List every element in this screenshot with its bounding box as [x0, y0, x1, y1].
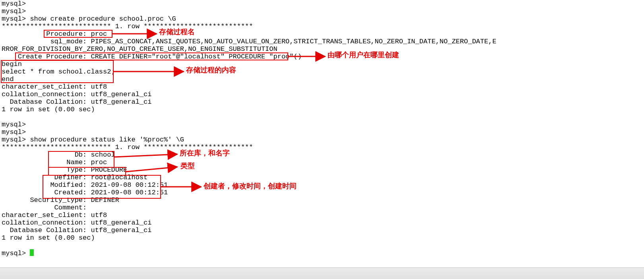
highlight-box-create-procedure	[15, 52, 288, 60]
mysql-terminal-output: mysql> mysql> mysql> show create procedu…	[2, 0, 497, 257]
highlight-box-db-name	[48, 151, 114, 168]
highlight-box-procedure-name	[44, 30, 113, 38]
highlight-box-type	[48, 167, 126, 176]
highlight-box-definer-modified-created	[43, 175, 161, 199]
annotation-procedure-name: 存储过程名	[159, 28, 195, 36]
highlight-box-procedure-body	[1, 60, 114, 83]
annotation-created-by: 由哪个用户在哪里创建	[328, 51, 399, 59]
screenshot-stage: mysql> mysql> mysql> show create procedu…	[0, 0, 644, 279]
annotation-body: 存储过程的内容	[186, 66, 236, 74]
annotation-db-and-name: 所在库，和名字	[180, 149, 230, 157]
annotation-definer-times: 创建者，修改时间，创建时间	[204, 182, 297, 190]
annotation-type: 类型	[180, 162, 195, 170]
terminal-cursor	[30, 249, 34, 256]
window-taskbar	[0, 267, 644, 279]
